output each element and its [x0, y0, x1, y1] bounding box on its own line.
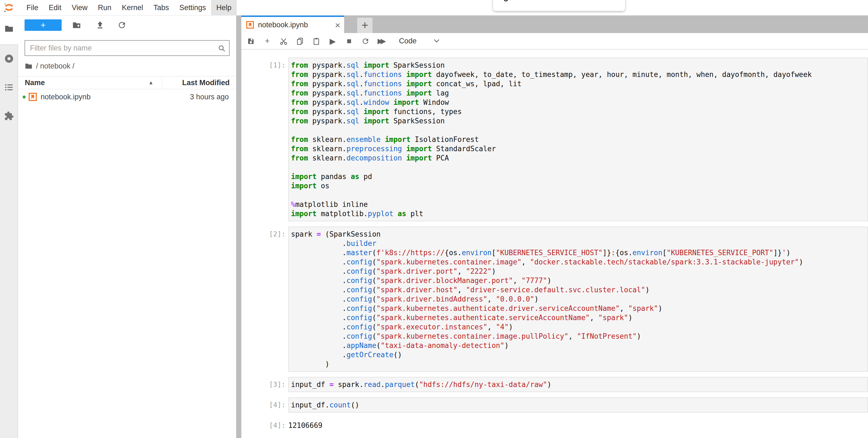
file-row[interactable]: notebook.ipynb 3 hours ago: [18, 89, 236, 105]
menu-item-run[interactable]: Run: [93, 0, 117, 16]
new-folder-icon[interactable]: [72, 21, 81, 30]
table-of-contents-icon[interactable]: [4, 82, 14, 92]
code-token: (: [372, 276, 376, 285]
code-token: [402, 89, 406, 97]
column-last-modified[interactable]: Last Modified: [182, 79, 229, 87]
save-icon[interactable]: [247, 37, 255, 46]
code-token: config: [347, 332, 372, 340]
code-token: from: [291, 145, 308, 153]
code-token: pyspark.: [308, 70, 347, 79]
code-token: config: [347, 267, 372, 275]
close-tab-icon[interactable]: ×: [335, 21, 340, 29]
code-token: config: [347, 258, 372, 266]
paste-cells-icon[interactable]: [312, 37, 320, 46]
column-name[interactable]: Name: [25, 79, 45, 87]
code-token: plt: [406, 210, 424, 218]
code-token: ): [786, 249, 790, 257]
code-token: "taxi-data-anomaly-detection": [381, 341, 504, 350]
panel-splitter[interactable]: [236, 16, 241, 438]
code-token: ,: [521, 258, 530, 266]
code-line: .config("spark.kubernetes.container.imag…: [291, 331, 867, 341]
code-cell: [3]:input_df = spark.read.parquet("hdfs:…: [241, 377, 868, 392]
cell-editor[interactable]: from pyspark.sql import SparkSessionfrom…: [288, 58, 868, 221]
refresh-file-list-icon[interactable]: [117, 21, 127, 30]
new-tab-button[interactable]: +: [357, 18, 373, 33]
code-token: ,: [487, 323, 496, 331]
github-popup-text: github.com: [503, 0, 550, 2]
breadcrumb[interactable]: / notebook /: [25, 61, 74, 71]
cell-prompt: [2]:: [241, 227, 288, 372]
code-token: ): [508, 323, 513, 331]
code-line: %matplotlib inline: [291, 200, 867, 209]
cell-editor[interactable]: spark = (SparkSession .builder .master(f…: [288, 227, 868, 372]
code-token: "spark.driver.port": [376, 267, 457, 275]
menu-item-file[interactable]: File: [21, 0, 43, 16]
menu-items: FileEditViewRunKernelTabsSettingsHelp: [21, 0, 237, 16]
code-line: [291, 125, 867, 135]
code-token: =: [330, 380, 334, 389]
code-token: ,: [458, 286, 466, 294]
cut-cells-icon[interactable]: [280, 37, 288, 46]
add-cell-icon[interactable]: +: [263, 37, 271, 46]
code-token: [359, 108, 364, 116]
code-line: [291, 163, 867, 172]
code-token: input_df.: [291, 401, 330, 409]
breadcrumb-path: / notebook /: [36, 62, 74, 70]
code-token: from: [291, 154, 308, 162]
code-token: import: [406, 89, 432, 97]
code-token: ): [291, 360, 330, 368]
menu-item-help[interactable]: Help: [211, 0, 237, 16]
code-token: pyspark.: [308, 117, 347, 125]
menu-item-tabs[interactable]: Tabs: [148, 0, 174, 16]
stop-kernel-icon[interactable]: ■: [345, 37, 353, 46]
code-token: (): [394, 351, 402, 359]
search-icon: [218, 44, 226, 52]
code-token: input_df: [291, 380, 330, 389]
code-token: from: [291, 135, 308, 144]
restart-kernel-icon[interactable]: [361, 37, 370, 46]
cell-editor[interactable]: input_df.count(): [288, 397, 868, 413]
code-token: environ: [462, 249, 492, 257]
code-token: import: [291, 173, 317, 181]
code-token: "spark": [598, 314, 628, 322]
running-kernels-icon[interactable]: [4, 54, 14, 64]
file-browser-icon[interactable]: [4, 24, 14, 34]
copy-cells-icon[interactable]: [296, 37, 304, 46]
code-token: ): [799, 258, 803, 266]
cell-prompt: [4]:: [241, 418, 288, 430]
code-token: "spark": [628, 304, 658, 313]
menu-item-view[interactable]: View: [66, 0, 93, 16]
code-token: matplotlib inline: [295, 200, 368, 208]
code-token: import: [394, 98, 419, 107]
jupyter-logo-icon: [4, 2, 14, 13]
github-popup[interactable]: github.com: [493, 0, 625, 11]
cell-type-dropdown[interactable]: Code: [399, 37, 417, 45]
filter-files-input[interactable]: [25, 41, 229, 55]
extensions-icon[interactable]: [4, 111, 14, 121]
code-token: ): [534, 295, 538, 303]
code-token: {os.: [616, 249, 633, 257]
code-token: "IfNotPresent": [577, 332, 637, 340]
upload-icon[interactable]: [95, 21, 105, 30]
code-token: .: [291, 351, 347, 359]
notebook-tab-icon: [246, 21, 254, 29]
run-cell-icon[interactable]: ▶: [329, 37, 337, 46]
new-launcher-button[interactable]: +: [25, 19, 62, 31]
restart-run-all-icon[interactable]: ▶▶: [378, 37, 386, 46]
code-token: .: [291, 249, 347, 257]
code-token: os: [317, 182, 330, 190]
code-line: .config("spark.driver.blockManager.port"…: [291, 276, 867, 285]
code-token: ): [645, 286, 650, 294]
menu-item-edit[interactable]: Edit: [43, 0, 67, 16]
menu-item-settings[interactable]: Settings: [174, 0, 211, 16]
code-line: from sklearn.ensemble import IsolationFo…: [291, 135, 867, 144]
notebook-toolbar: + ▶ ■ ▶▶ Code: [241, 33, 868, 50]
code-token: (: [376, 341, 381, 350]
code-token: import: [364, 117, 389, 125]
tab-notebook[interactable]: notebook.ipynb ×: [241, 16, 344, 33]
cell-editor[interactable]: input_df = spark.read.parquet("hdfs://hd…: [288, 377, 868, 392]
code-token: matplotlib.: [317, 210, 368, 218]
code-token: pd: [359, 173, 372, 181]
menu-item-kernel[interactable]: Kernel: [117, 0, 148, 16]
code-token: %: [291, 200, 295, 208]
